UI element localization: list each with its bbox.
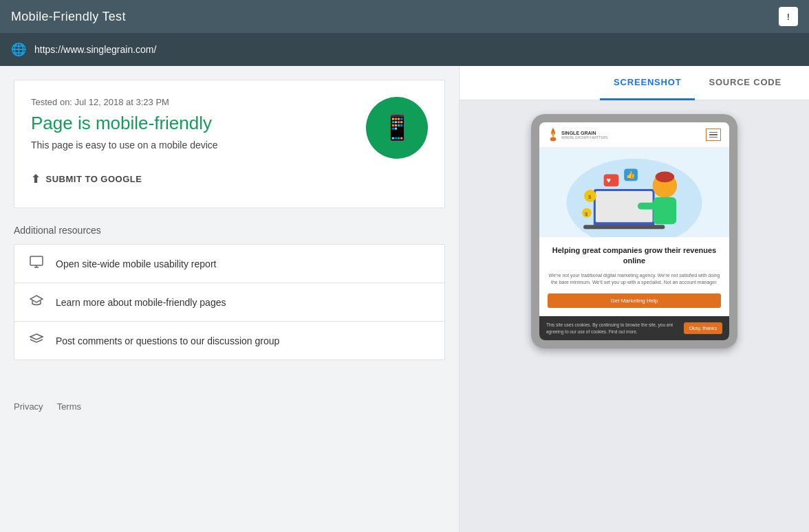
- main-layout: Tested on: Jul 12, 2018 at 3:23 PM Page …: [0, 66, 809, 532]
- learn-icon: [28, 294, 45, 310]
- phone-symbol: 📱: [382, 113, 413, 142]
- url-bar: 🌐 https://www.singlegrain.com/: [0, 33, 809, 66]
- site-logo: SINGLE GRAIN WHERE GROWTH MATTERS: [548, 128, 608, 142]
- tab-screenshot[interactable]: SCREENSHOT: [600, 66, 695, 100]
- result-title: Page is mobile-friendly: [31, 113, 352, 134]
- result-info: Tested on: Jul 12, 2018 at 3:23 PM Page …: [31, 97, 352, 191]
- right-panel: SCREENSHOT SOURCE CODE: [460, 66, 809, 532]
- result-card: Tested on: Jul 12, 2018 at 3:23 PM Page …: [14, 80, 445, 208]
- cookie-text: This site uses cookies. By continuing to…: [546, 322, 678, 335]
- hamburger-menu-icon: [706, 129, 721, 141]
- svg-point-11: [656, 171, 675, 182]
- tab-source-code[interactable]: SOURCE CODE: [695, 66, 795, 100]
- globe-icon: 🌐: [11, 42, 26, 57]
- feedback-icon[interactable]: !: [779, 7, 798, 26]
- resource-list: Open site-wide mobile usability report L…: [14, 244, 445, 360]
- site-logo-text: SINGLE GRAIN WHERE GROWTH MATTERS: [561, 131, 608, 140]
- site-hero: $ $ ♥ 👍: [539, 148, 729, 237]
- result-icon-wrap: 📱: [366, 97, 428, 159]
- result-date: Tested on: Jul 12, 2018 at 3:23 PM: [31, 97, 352, 107]
- site-header: SINGLE GRAIN WHERE GROWTH MATTERS: [539, 122, 729, 148]
- hero-illustration: $ $ ♥ 👍: [539, 148, 729, 237]
- svg-rect-13: [638, 203, 658, 210]
- app-title: Mobile-Friendly Test: [11, 10, 126, 24]
- svg-marker-4: [30, 334, 43, 340]
- cookie-banner: This site uses cookies. By continuing to…: [539, 316, 729, 341]
- additional-resources-section: Additional resources Open site-wide mobi…: [14, 222, 445, 360]
- svg-rect-12: [654, 197, 677, 224]
- upload-icon: ⬆: [31, 173, 41, 186]
- svg-text:$: $: [585, 211, 588, 217]
- left-panel: Tested on: Jul 12, 2018 at 3:23 PM Page …: [0, 66, 460, 532]
- site-cta-button[interactable]: Get Marketing Help: [548, 293, 721, 308]
- phone-screen: SINGLE GRAIN WHERE GROWTH MATTERS: [539, 122, 729, 340]
- resource-item-learn[interactable]: Learn more about mobile-friendly pages: [14, 283, 444, 322]
- cookie-accept-button[interactable]: Okay, thanks: [684, 322, 722, 334]
- svg-text:$: $: [588, 194, 592, 200]
- svg-text:♥: ♥: [607, 176, 611, 184]
- site-body-text: We're not your traditional digital marke…: [548, 272, 721, 287]
- terms-link[interactable]: Terms: [57, 401, 81, 412]
- svg-point-5: [550, 137, 557, 142]
- site-content: Helping great companies grow their reven…: [539, 237, 729, 316]
- preview-area: SINGLE GRAIN WHERE GROWTH MATTERS: [460, 100, 809, 532]
- result-subtitle: This page is easy to use on a mobile dev…: [31, 140, 352, 151]
- svg-text:👍: 👍: [626, 170, 636, 179]
- submit-to-google-button[interactable]: ⬆ SUBMIT TO GOOGLE: [31, 167, 142, 191]
- logo-flame-icon: [548, 128, 559, 142]
- preview-tabs: SCREENSHOT SOURCE CODE: [460, 66, 809, 100]
- site-heading: Helping great companies grow their reven…: [548, 245, 721, 267]
- phone-mockup: SINGLE GRAIN WHERE GROWTH MATTERS: [531, 114, 737, 348]
- url-display: https://www.singlegrain.com/: [34, 44, 156, 55]
- usability-report-icon: [28, 256, 45, 271]
- resource-item-discuss[interactable]: Post comments or questions to our discus…: [14, 322, 444, 359]
- discuss-icon: [28, 333, 45, 348]
- resource-item-usability[interactable]: Open site-wide mobile usability report: [14, 245, 444, 283]
- additional-resources-title: Additional resources: [14, 222, 445, 239]
- svg-rect-9: [583, 225, 665, 229]
- privacy-link[interactable]: Privacy: [14, 401, 43, 412]
- top-bar: Mobile-Friendly Test !: [0, 0, 809, 33]
- svg-rect-0: [30, 256, 43, 265]
- mobile-friendly-icon: 📱: [366, 97, 428, 159]
